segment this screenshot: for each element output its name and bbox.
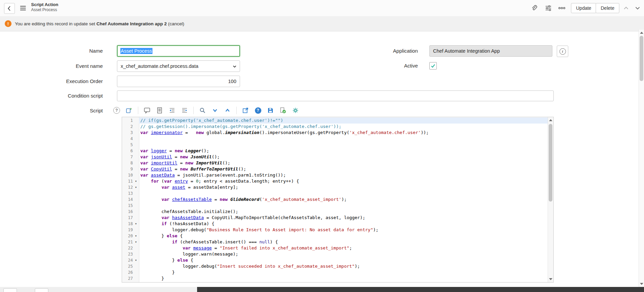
code-line[interactable]: 13 <box>122 190 548 196</box>
active-checkbox[interactable] <box>429 62 437 70</box>
code-line[interactable]: 5 <box>122 142 548 148</box>
fold-marker-icon[interactable]: ▾ <box>133 221 139 227</box>
code-line[interactable]: 19 logger.debug("Business Rule Insert to… <box>122 227 548 233</box>
code-line[interactable]: 6var logger = new Logger(); <box>122 148 548 154</box>
code-line[interactable]: 1// if(gs.getProperty('x_chef_automate.c… <box>122 117 548 124</box>
fold-marker-icon[interactable]: ▾ <box>133 184 139 190</box>
attachments-button[interactable] <box>530 4 538 12</box>
code-line[interactable]: 11▾ for (var entry = 0; entry < assetDat… <box>122 178 548 184</box>
indent-left-icon[interactable] <box>168 107 176 114</box>
format-code-icon[interactable] <box>125 107 133 114</box>
fold-marker-icon[interactable]: ▾ <box>133 239 139 245</box>
code-text: var chefAssetsTable = new GlideRecord('x… <box>139 196 548 203</box>
code-line[interactable]: 20▾ } else { <box>122 233 548 239</box>
save-icon[interactable] <box>267 107 274 114</box>
page-scrollbar-thumb[interactable] <box>640 36 643 81</box>
footer-delete-button[interactable] <box>35 288 48 292</box>
fold-marker-icon[interactable]: ▾ <box>133 233 139 239</box>
footer-update-button[interactable] <box>3 288 17 292</box>
update-button[interactable]: Update <box>571 3 596 13</box>
back-button[interactable] <box>4 3 15 14</box>
notification-text: You are editing this record in update se… <box>15 21 184 26</box>
fold-marker-icon[interactable]: ▾ <box>133 257 139 263</box>
api-help-icon[interactable]: ? <box>254 107 262 114</box>
open-window-icon[interactable] <box>242 107 249 114</box>
toolbar-separator <box>138 107 138 114</box>
syntax-check-icon[interactable] <box>279 107 287 114</box>
line-number: 27 <box>122 275 133 282</box>
line-number: 7 <box>122 154 133 160</box>
code-line[interactable]: 25 logger.debug("Insert succeeded into x… <box>122 263 548 269</box>
editor-scrollbar-thumb[interactable] <box>549 124 552 202</box>
page-scroll-down-arrow[interactable] <box>640 283 643 285</box>
info-icon: i <box>559 48 566 55</box>
editor-preferences-icon[interactable] <box>292 107 299 114</box>
execution-order-input[interactable]: 100 <box>117 76 240 87</box>
script-editor[interactable]: 1// if(gs.getProperty('x_chef_automate.c… <box>122 117 554 283</box>
code-line[interactable]: 26 } <box>122 269 548 275</box>
code-line[interactable]: 4 <box>122 136 548 142</box>
code-line[interactable]: 10var assetData = jsonUtil.parse(event.p… <box>122 172 548 178</box>
code-line[interactable]: 21▾ if (chefAssetsTable.insert() === nul… <box>122 239 548 245</box>
menu-icon[interactable] <box>19 4 27 12</box>
code-line[interactable]: 8var importUtil = new ImportUtil(); <box>122 160 548 166</box>
search-icon[interactable] <box>199 107 206 114</box>
line-number: 13 <box>122 190 133 196</box>
code-line[interactable]: 18▾ if (!hasAssetData) { <box>122 221 548 227</box>
name-label: Name <box>18 45 103 57</box>
delete-button[interactable]: Delete <box>596 3 619 13</box>
personalize-form-button[interactable] <box>544 4 552 12</box>
notification-prefix: You are editing this record in update se… <box>15 21 96 26</box>
code-line[interactable]: 2// gs.getSession().impersonate(gs.getPr… <box>122 124 548 130</box>
code-text: var jsonUtil = new JsonUtil(); <box>139 154 548 160</box>
code-line[interactable]: 9var CopyUtil = new BufferToImportUtil()… <box>122 166 548 172</box>
select-chevron-icon <box>232 64 237 69</box>
page-scrollbar[interactable] <box>639 30 644 287</box>
application-info-button[interactable]: i <box>557 46 568 57</box>
previous-record-button[interactable] <box>622 4 630 12</box>
comment-toggle-icon[interactable] <box>143 107 151 114</box>
condition-script-input[interactable] <box>117 90 554 101</box>
code-text: if (!hasAssetData) { <box>139 221 548 227</box>
more-options-button[interactable] <box>558 4 566 12</box>
code-text: } <box>139 275 548 282</box>
code-line[interactable]: 27 } <box>122 275 548 282</box>
code-line[interactable]: 24▾ } else { <box>122 257 548 263</box>
code-line[interactable]: 12▾ var asset = assetData[entry]; <box>122 184 548 190</box>
fold-gutter <box>133 215 139 221</box>
scroll-up-arrow[interactable] <box>549 119 552 121</box>
paperclip-icon <box>530 4 538 12</box>
code-line[interactable]: 15 <box>122 203 548 209</box>
code-line[interactable]: 16 chefAssetsTable.initialize(); <box>122 209 548 215</box>
fold-marker-icon[interactable]: ▾ <box>133 178 139 184</box>
event-name-select[interactable]: x_chef_automate.chef.process.data <box>117 60 240 72</box>
line-number: 9 <box>122 166 133 172</box>
warning-icon: ! <box>5 20 11 27</box>
indent-right-icon[interactable] <box>181 107 188 114</box>
active-label: Active <box>333 62 418 69</box>
name-input[interactable]: Asset Process <box>117 45 240 57</box>
code-lines: 1// if(gs.getProperty('x_chef_automate.c… <box>122 117 548 282</box>
line-number: 25 <box>122 263 133 269</box>
check-icon <box>430 63 436 69</box>
code-line[interactable]: 17 var hasAssetData = CopyUtil.MapToImpo… <box>122 215 548 221</box>
cancel-link[interactable]: (cancel) <box>167 21 184 26</box>
line-number: 18 <box>122 221 133 227</box>
fold-gutter <box>133 269 139 275</box>
code-line[interactable]: 7var jsonUtil = new JsonUtil(); <box>122 154 548 160</box>
document-lines-icon[interactable] <box>156 107 163 114</box>
code-text: for (var entry = 0; entry < assetData.le… <box>139 178 548 184</box>
code-text: var message = "Insert failed into x_chef… <box>139 245 548 251</box>
script-editor-toolbar: ? ? <box>113 105 299 115</box>
help-icon[interactable]: ? <box>113 107 120 114</box>
scroll-down-arrow[interactable] <box>549 278 552 280</box>
page-scroll-up-arrow[interactable] <box>640 32 643 34</box>
collapse-all-icon[interactable] <box>224 107 231 114</box>
expand-all-icon[interactable] <box>211 107 219 114</box>
editor-scrollbar[interactable] <box>548 117 553 282</box>
next-record-button[interactable] <box>634 4 642 12</box>
code-line[interactable]: 23 logger.warn(message); <box>122 251 548 257</box>
code-line[interactable]: 3var impersonator = new global.impersina… <box>122 130 548 136</box>
code-line[interactable]: 14 var chefAssetsTable = new GlideRecord… <box>122 196 548 203</box>
code-line[interactable]: 22 var message = "Insert failed into x_c… <box>122 245 548 251</box>
